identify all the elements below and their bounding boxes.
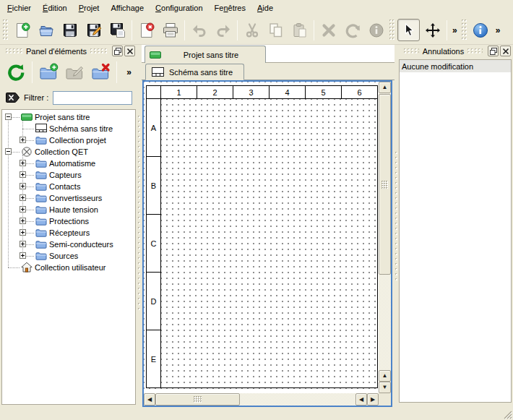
filter-row: Filtrer : bbox=[0, 87, 137, 108]
down-arrow-icon: ▼ bbox=[382, 385, 388, 390]
vscroll-up-button-2[interactable]: ▲ bbox=[379, 370, 391, 382]
vscroll-thumb[interactable] bbox=[379, 94, 391, 275]
toolbar-handle[interactable] bbox=[462, 20, 467, 41]
home-icon bbox=[21, 262, 33, 273]
clear-filter-button[interactable] bbox=[5, 92, 20, 103]
float-panel-button[interactable] bbox=[112, 46, 123, 56]
tree-expander-minus[interactable] bbox=[5, 148, 12, 155]
paste-icon bbox=[291, 22, 309, 39]
new-document-button[interactable] bbox=[11, 19, 33, 41]
save-button[interactable] bbox=[59, 19, 81, 41]
tree-expander-plus[interactable] bbox=[20, 160, 26, 166]
tab-projet-sans-titre[interactable]: Projet sans titre bbox=[145, 46, 266, 63]
annulations-panel-titlebar[interactable]: Annulations bbox=[398, 45, 513, 57]
dock-handle[interactable] bbox=[90, 48, 107, 54]
open-document-button[interactable] bbox=[35, 19, 57, 41]
filter-input[interactable] bbox=[53, 91, 132, 105]
tab-schema-sans-titre[interactable]: Schéma sans titre bbox=[145, 64, 244, 80]
float-panel-button[interactable] bbox=[488, 46, 499, 56]
vscroll-up-button[interactable]: ▲ bbox=[379, 82, 391, 93]
elements-panel-toolbar: » bbox=[0, 57, 137, 87]
tree-expander-plus[interactable] bbox=[20, 183, 26, 189]
dock-handle[interactable] bbox=[404, 48, 419, 54]
toolbar-extension-button[interactable]: » bbox=[449, 25, 460, 35]
delete-element-button[interactable] bbox=[89, 61, 112, 84]
tree-expander-minus[interactable] bbox=[5, 113, 12, 120]
resize-grip-icon[interactable] bbox=[502, 409, 512, 419]
tree-item-recepteurs[interactable]: Récepteurs bbox=[2, 227, 135, 239]
filter-label: Filtrer : bbox=[24, 93, 48, 102]
hscroll-left-button-2[interactable]: ◀ bbox=[355, 393, 367, 406]
undo-button bbox=[188, 19, 210, 41]
toolbar-separator bbox=[132, 20, 132, 40]
tree-connector bbox=[8, 267, 20, 268]
hscroll-right-button[interactable]: ▶ bbox=[367, 393, 379, 406]
tree-item-capteurs[interactable]: Capteurs bbox=[2, 169, 135, 181]
hscroll-left-button[interactable]: ◀ bbox=[144, 393, 155, 406]
tree-item-collection-projet[interactable]: Collection projet bbox=[2, 134, 135, 146]
tree-expander-plus[interactable] bbox=[20, 137, 26, 143]
elements-panel-title: Panel d'éléments bbox=[26, 47, 87, 56]
menu-edition[interactable]: Édition bbox=[37, 1, 73, 14]
close-panel-button[interactable] bbox=[500, 46, 511, 56]
menu-projet[interactable]: Projet bbox=[73, 1, 105, 14]
schematic-canvas[interactable]: 123456 ABCDE bbox=[144, 82, 379, 393]
undo-list-item[interactable]: Aucune modification bbox=[400, 60, 511, 72]
tree-item-convertisseurs[interactable]: Convertisseurs bbox=[2, 192, 135, 204]
tree-item-schema-sans-titre[interactable]: Schéma sans titre bbox=[2, 123, 135, 134]
dock-handle[interactable] bbox=[6, 48, 22, 54]
thumb-grip-icon bbox=[381, 181, 388, 189]
toolbar-extension-button[interactable]: » bbox=[493, 25, 504, 35]
pan-mode-button[interactable] bbox=[421, 19, 444, 41]
left-arrow-icon: ◀ bbox=[147, 397, 152, 403]
menu-affichage[interactable]: Affichage bbox=[105, 1, 150, 14]
tree-item-projet-sans-titre[interactable]: Projet sans titre bbox=[2, 111, 135, 123]
about-button[interactable] bbox=[470, 19, 492, 41]
tree-expander-plus[interactable] bbox=[20, 218, 26, 224]
tree-item-semi-conducteurs[interactable]: Semi-conducteurs bbox=[2, 239, 135, 250]
tree-expander-plus[interactable] bbox=[20, 194, 26, 201]
print-button[interactable] bbox=[159, 19, 181, 41]
tree-expander-plus[interactable] bbox=[20, 206, 26, 213]
save-as-button[interactable] bbox=[82, 19, 105, 41]
copy-button bbox=[264, 19, 287, 41]
vscroll-down-button[interactable]: ▼ bbox=[379, 382, 391, 393]
menu-fenetres[interactable]: Fenêtres bbox=[209, 1, 251, 14]
undo-history-list: Aucune modification bbox=[399, 59, 512, 403]
tree-item-collection-qet[interactable]: Collection QET bbox=[2, 146, 135, 158]
new-element-button[interactable] bbox=[37, 61, 60, 84]
tree-item-haute-tension[interactable]: Haute tension bbox=[2, 204, 135, 215]
toolbar-extension-button[interactable]: » bbox=[124, 67, 134, 77]
tree-item-contacts[interactable]: Contacts bbox=[2, 181, 135, 192]
project-icon bbox=[21, 111, 33, 123]
menu-aide[interactable]: Aide bbox=[251, 1, 279, 14]
close-file-button[interactable] bbox=[135, 19, 158, 41]
select-mode-button[interactable] bbox=[397, 19, 420, 41]
tree-expander-plus[interactable] bbox=[20, 229, 26, 236]
tree-expander-plus[interactable] bbox=[20, 241, 26, 247]
tree-item-collection-utilisateur[interactable]: Collection utilisateur bbox=[2, 262, 135, 273]
edit-element-button bbox=[63, 61, 86, 84]
folder-icon bbox=[35, 250, 47, 262]
splitter-grip bbox=[138, 116, 141, 311]
menu-configuration[interactable]: Configuration bbox=[150, 1, 208, 14]
toolbar-handle[interactable] bbox=[389, 20, 395, 41]
qelectrotech-window: { "window": { "width": 710, "height": 58… bbox=[0, 0, 513, 420]
save-current-file-button[interactable] bbox=[106, 19, 129, 41]
toolbar-handle[interactable] bbox=[3, 20, 9, 41]
elements-panel-titlebar[interactable]: Panel d'éléments bbox=[0, 45, 137, 57]
tab-label: Projet sans titre bbox=[161, 51, 261, 59]
tree-expander-plus[interactable] bbox=[20, 171, 26, 178]
reload-collections-button[interactable] bbox=[4, 61, 27, 84]
tree-item-sources[interactable]: Sources bbox=[2, 250, 135, 262]
tree-expander-plus[interactable] bbox=[20, 252, 26, 259]
workspace: Projet sans titre Schéma sans titre 1234… bbox=[142, 45, 395, 407]
close-panel-button[interactable] bbox=[124, 46, 135, 56]
dock-handle[interactable] bbox=[467, 48, 483, 54]
tree-item-automatisme[interactable]: Automatisme bbox=[2, 158, 135, 169]
menu-fichier[interactable]: Fichier bbox=[1, 1, 37, 14]
tree-item-protections[interactable]: Protections bbox=[2, 215, 135, 227]
diagram-vscrollbar: ▲ ▲ ▼ bbox=[379, 82, 391, 393]
tree-connector bbox=[22, 129, 34, 129]
hscroll-thumb[interactable] bbox=[155, 393, 240, 406]
